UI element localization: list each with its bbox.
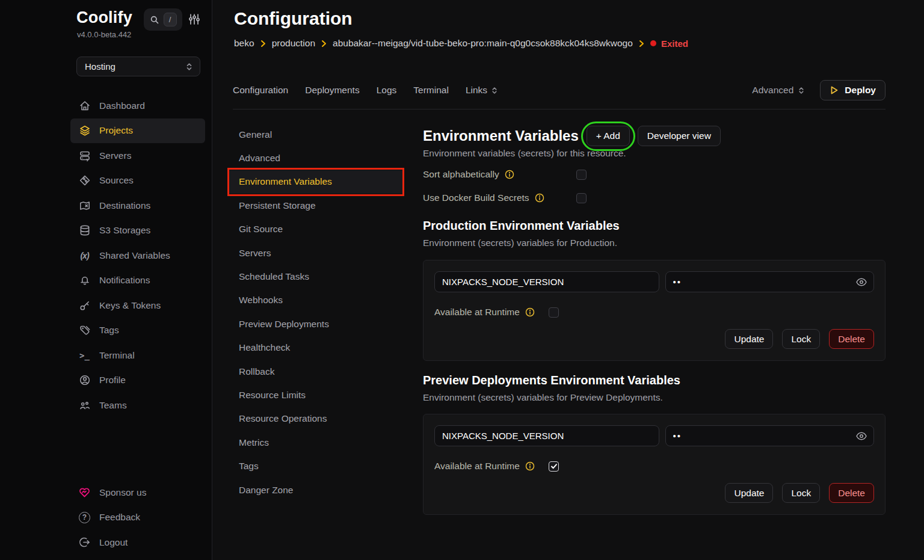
chevron-updown-icon [798,87,805,94]
sidebar-item-label: Dashboard [99,100,145,111]
docker-build-secrets-checkbox[interactable] [576,193,587,203]
lock-button[interactable]: Lock [782,483,820,503]
sort-alphabetically-checkbox[interactable] [576,170,587,180]
subnav-item-rollback[interactable]: Rollback [229,360,402,383]
sidebar-item-label: Feedback [99,512,140,523]
breadcrumb-resource[interactable]: abubakar--meigag/vid-tube-beko-pro:main-… [333,38,633,49]
subnav-item-webhooks[interactable]: Webhooks [229,289,402,312]
page-title: Configuration [234,8,353,29]
status-label: Exited [661,38,688,49]
bell-icon [78,274,91,287]
sidebar-item-label: Destinations [99,200,150,211]
tab-deployments[interactable]: Deployments [305,85,359,96]
sidebar-item-teams[interactable]: Teams [70,393,205,418]
server-icon [78,149,91,162]
sidebar-item-label: Shared Variables [99,250,170,261]
sidebar-item-projects[interactable]: Projects [70,118,205,144]
sidebar-item-profile[interactable]: Profile [70,368,205,393]
sidebar-item-tags[interactable]: Tags [70,318,205,343]
add-variable-button[interactable]: + Add [587,126,630,146]
sidebar-item-destinations[interactable]: Destinations [70,193,205,218]
git-source-icon [78,174,91,187]
sidebar-item-terminal[interactable]: Terminal [70,343,205,368]
delete-button[interactable]: Delete [829,329,874,349]
sidebar-item-label: Servers [99,150,131,161]
runtime-checkbox[interactable] [549,307,559,318]
preview-description: Environment (secrets) variables for Prev… [423,392,663,403]
update-button[interactable]: Update [725,329,773,349]
sidebar-footer-nav: Sponsor us Feedback Logout [70,480,205,555]
env-key-input[interactable] [434,271,659,292]
sidebar-item-notifications[interactable]: Notifications [70,268,205,294]
runtime-checkbox[interactable] [549,461,559,472]
sidebar-item-label: Logout [99,537,128,548]
sidebar-item-dashboard[interactable]: Dashboard [70,93,205,118]
tab-configuration[interactable]: Configuration [233,85,288,96]
subnav-item-tags[interactable]: Tags [229,454,402,478]
sort-alphabetically-row: Sort alphabetically [423,167,587,182]
docker-build-secrets-row: Use Docker Build Secrets [423,190,587,206]
sidebar-item-feedback[interactable]: Feedback [70,505,205,531]
heart-icon [78,486,91,499]
tab-logs[interactable]: Logs [377,85,397,96]
settings-sliders-icon[interactable] [188,13,202,27]
chevron-right-icon [260,40,266,48]
subnav-item-metrics[interactable]: Metrics [229,431,402,454]
chevron-right-icon [321,40,327,48]
subnav-item-resource-limits[interactable]: Resource Limits [229,383,402,407]
eye-icon[interactable] [855,430,867,445]
subnav-item-persistent-storage[interactable]: Persistent Storage [229,194,402,217]
environment-variables-panel: Environment Variables + Add Developer vi… [423,122,886,555]
update-button[interactable]: Update [725,483,773,503]
sidebar-item-s3-storages[interactable]: S3 Storages [70,218,205,244]
lock-button[interactable]: Lock [782,329,820,349]
home-icon [78,99,91,112]
tab-terminal[interactable]: Terminal [413,85,449,96]
app-logo: Coolify [76,8,132,27]
subnav-item-preview-deployments[interactable]: Preview Deployments [229,312,402,336]
help-circle-icon [78,511,91,524]
subnav-item-healthcheck[interactable]: Healthcheck [229,336,402,360]
subnav-item-servers[interactable]: Servers [229,241,402,265]
subnav-item-git-source[interactable]: Git Source [229,218,402,241]
sidebar-item-sources[interactable]: Sources [70,168,205,194]
sort-alphabetically-label: Sort alphabetically [423,169,499,180]
eye-icon[interactable] [855,276,867,291]
info-icon [535,193,544,203]
sidebar-item-servers[interactable]: Servers [70,143,205,168]
subnav-item-scheduled-tasks[interactable]: Scheduled Tasks [229,265,402,288]
chevron-right-icon [639,40,644,48]
team-select-value: Hosting [85,61,116,72]
sidebar-item-logout[interactable]: Logout [70,530,205,555]
sidebar-item-label: Notifications [99,275,150,286]
preview-heading: Preview Deployments Environment Variable… [423,374,680,387]
sidebar-item-sponsor-us[interactable]: Sponsor us [70,480,205,505]
key-icon [78,299,91,312]
tab-links[interactable]: Links [466,85,498,96]
breadcrumb-project[interactable]: beko [234,38,254,49]
subnav-item-danger-zone[interactable]: Danger Zone [229,478,402,502]
subnav-item-advanced[interactable]: Advanced [229,146,402,170]
advanced-dropdown[interactable]: Advanced [752,85,805,96]
subnav-item-environment-variables[interactable]: Environment Variables [229,170,402,194]
terminal-icon [78,349,91,362]
sidebar-item-keys-tokens[interactable]: Keys & Tokens [70,293,205,318]
developer-view-button[interactable]: Developer view [638,126,721,146]
env-value-input[interactable] [665,425,875,446]
env-key-input[interactable] [434,425,659,446]
subnav-item-general[interactable]: General [229,123,402,146]
subnav-item-resource-operations[interactable]: Resource Operations [229,407,402,431]
breadcrumb-environment[interactable]: production [272,38,315,49]
tabs: Configuration Deployments Logs Terminal … [233,85,498,96]
production-description: Environment (secrets) variables for Prod… [423,238,617,248]
runtime-label: Available at Runtime [434,307,520,318]
search-button[interactable]: / [144,8,182,31]
team-select[interactable]: Hosting [76,57,200,76]
search-shortcut-key: / [164,13,177,26]
env-value-input[interactable] [665,271,875,292]
sidebar-item-label: Projects [99,125,133,136]
delete-button[interactable]: Delete [829,483,874,503]
sidebar-item-shared-variables[interactable]: Shared Variables [70,243,205,268]
deploy-button[interactable]: Deploy [820,80,886,100]
variable-icon [78,249,91,262]
